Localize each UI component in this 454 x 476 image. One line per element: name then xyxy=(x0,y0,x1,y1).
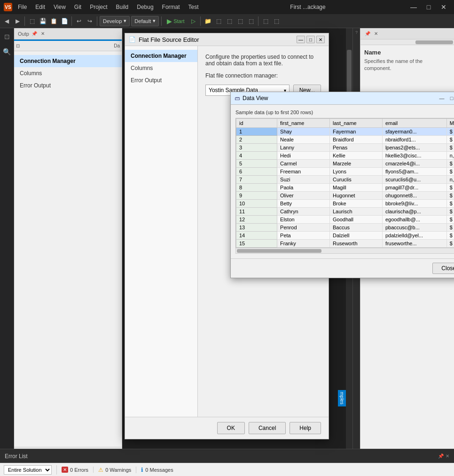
toolbar-folder[interactable]: 📁 xyxy=(203,16,212,26)
sidebar-error-output[interactable]: Error Output xyxy=(14,79,122,92)
toolbar-share[interactable]: ⬚ xyxy=(261,16,270,26)
dlg-sidebar-error-output[interactable]: Error Output xyxy=(125,74,197,86)
menu-edit[interactable]: Edit xyxy=(31,2,49,12)
menu-debug[interactable]: Debug xyxy=(133,2,157,12)
window-maximize[interactable]: □ xyxy=(422,2,435,12)
cell-email: scuruclis6@u... xyxy=(382,176,446,184)
nav-forward[interactable]: ▶ xyxy=(13,16,22,26)
toolbar-deploy[interactable]: ⬚ xyxy=(214,16,223,26)
cancel-button[interactable]: Cancel xyxy=(249,422,286,434)
menu-project[interactable]: Project xyxy=(86,2,111,12)
table-row[interactable]: 6 Freeman Lyons flyons5@am... $ xyxy=(236,168,454,176)
ok-button[interactable]: OK xyxy=(217,422,245,434)
nav-back[interactable]: ◀ xyxy=(2,16,11,26)
close-data-view-button[interactable]: Close xyxy=(432,263,454,274)
cell-m: $ xyxy=(446,240,454,248)
output-close[interactable]: ✕ xyxy=(39,31,46,37)
window-minimize[interactable]: — xyxy=(407,2,420,12)
left-icon-1[interactable]: ⊡ xyxy=(0,30,16,43)
start-button[interactable]: ▶ Start xyxy=(164,16,187,26)
menu-git[interactable]: Git xyxy=(70,2,85,12)
cell-id: 4 xyxy=(236,152,277,160)
table-row[interactable]: 1 Shay Fayerman sfayerman0... $ xyxy=(236,128,454,136)
toolbar-extra[interactable]: ⬚ xyxy=(246,16,256,26)
menu-test[interactable]: Test xyxy=(185,2,203,12)
menu-format[interactable]: Format xyxy=(158,2,184,12)
props-pin[interactable]: 📌 xyxy=(364,31,371,37)
cell-firstname: Hedi xyxy=(277,152,330,160)
cell-id: 11 xyxy=(236,208,277,216)
table-row[interactable]: 9 Oliver Hugonnet ohugonnet8... $ xyxy=(236,192,454,200)
editor-dialog-controls: — □ ✕ xyxy=(297,36,325,43)
cell-lastname: Braidford xyxy=(329,136,382,144)
table-row[interactable]: 7 Suzi Curuclis scuruclis6@u... n, xyxy=(236,176,454,184)
table-row[interactable]: 14 Peta Dalziell pdalzielld@yel... $ xyxy=(236,232,454,240)
dlg-sidebar-columns[interactable]: Columns xyxy=(125,62,197,74)
solution-dropdown[interactable]: Entire Solution xyxy=(4,465,52,475)
cell-id: 9 xyxy=(236,192,277,200)
config-dropdown[interactable]: Default ▾ xyxy=(131,16,159,26)
table-row[interactable]: 2 Neale Braidford nbraidford1... $ xyxy=(236,136,454,144)
cell-m: $ xyxy=(446,128,454,136)
cell-m: $ xyxy=(446,184,454,192)
icon-row: ⊡ Da xyxy=(14,41,122,51)
cell-email: flyons5@am... xyxy=(382,168,446,176)
data-view-hscrollbar-thumb xyxy=(237,249,321,253)
output-pin[interactable]: 📌 xyxy=(31,31,38,37)
cell-lastname: Penas xyxy=(329,144,382,152)
editor-dialog-minimize[interactable]: — xyxy=(297,36,305,43)
props-close[interactable]: ✕ xyxy=(373,31,379,37)
window-close[interactable]: ✕ xyxy=(437,2,450,12)
dlg-sidebar-connection[interactable]: Connection Manager xyxy=(125,50,197,62)
cell-m: $ xyxy=(446,144,454,152)
data-view-maximize[interactable]: □ xyxy=(447,94,454,102)
table-row[interactable]: 4 Hedi Kellie hkellie3@cisc... n, xyxy=(236,152,454,160)
cell-email: cmarzele4@i... xyxy=(382,160,446,168)
sidebar-columns[interactable]: Columns xyxy=(14,67,122,79)
toolbar-redo[interactable]: ↪ xyxy=(85,16,94,26)
app-logo: VS xyxy=(4,3,12,11)
data-view-controls: — □ ✕ xyxy=(438,94,454,102)
error-list-close[interactable]: ✕ xyxy=(446,453,449,459)
editor-dialog-icon: 📄 xyxy=(129,36,136,43)
cell-firstname: Suzi xyxy=(277,176,330,184)
table-row[interactable]: 5 Carmel Marzele cmarzele4@i... $ xyxy=(236,160,454,168)
toolbar-account[interactable]: ⬚ xyxy=(272,16,281,26)
table-row[interactable]: 11 Cathryn Laurisch claurischa@p... $ xyxy=(236,208,454,216)
data-view-icon: 🗃 xyxy=(235,95,240,101)
toolbar-task[interactable]: ⬚ xyxy=(225,16,234,26)
help-button[interactable]: Help xyxy=(290,422,321,434)
toolbar-icon-3[interactable]: 📋 xyxy=(49,16,58,26)
left-icon-2[interactable]: 🔍 xyxy=(0,45,16,58)
cell-firstname: Lanny xyxy=(277,144,330,152)
toolbar-icon-1[interactable]: ⬚ xyxy=(27,16,37,26)
main-content: 📄 Flat File Source Editor — □ ✕ Connecti… xyxy=(122,28,352,463)
toolbar-debug[interactable]: ⬚ xyxy=(235,16,245,26)
toolbar-play2[interactable]: ▷ xyxy=(188,16,198,26)
table-row[interactable]: 10 Betty Broke bbroke9@liv... $ xyxy=(236,200,454,208)
table-row[interactable]: 15 Franky Ruseworth fruseworthe... $ xyxy=(236,240,454,248)
props-hscroll[interactable] xyxy=(360,39,454,45)
sidebar-connection-manager[interactable]: Connection Manager xyxy=(14,55,122,67)
data-view-minimize[interactable]: — xyxy=(438,94,446,102)
editor-dialog-close[interactable]: ✕ xyxy=(316,36,325,43)
menu-build[interactable]: Build xyxy=(112,2,133,12)
table-row[interactable]: 3 Lanny Penas lpenas2@ets... $ xyxy=(236,144,454,152)
menu-view[interactable]: View xyxy=(50,2,70,12)
toolbar-icon-4[interactable]: 📄 xyxy=(60,16,69,26)
data-view-hscrollbar[interactable] xyxy=(235,248,454,254)
editor-dialog-maximize[interactable]: □ xyxy=(306,36,315,43)
data-table-scroll[interactable]: id first_name last_name email M 1 xyxy=(236,118,454,248)
menu-file[interactable]: File xyxy=(14,2,31,12)
cell-lastname: Ruseworth xyxy=(329,240,382,248)
icon-row-icon[interactable]: ⊡ xyxy=(16,43,20,48)
table-row[interactable]: 12 Elston Goodhall egoodhallb@... $ xyxy=(236,216,454,224)
branch-dropdown[interactable]: Develop ▾ xyxy=(100,16,130,26)
right-icon-1[interactable]: ? xyxy=(355,30,358,35)
samples-tab[interactable]: mples xyxy=(338,390,346,406)
error-list-pin[interactable]: 📌 xyxy=(438,453,444,459)
toolbar-icon-2[interactable]: 💾 xyxy=(38,16,47,26)
toolbar-undo[interactable]: ↩ xyxy=(74,16,84,26)
table-row[interactable]: 8 Paola Magill pmagill7@dr... $ xyxy=(236,184,454,192)
table-row[interactable]: 13 Penrod Baccus pbaccusc@b... $ xyxy=(236,224,454,232)
